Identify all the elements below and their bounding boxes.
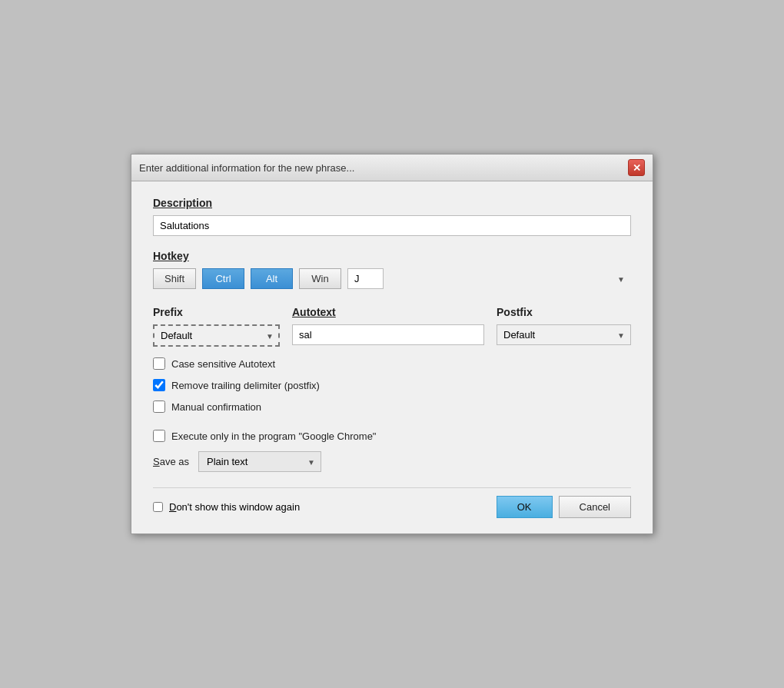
prefix-col-label: Prefix [153,306,280,318]
prefix-autotext-postfix-row: Prefix Default Autotext Postfix Default [153,306,631,347]
dont-show-label[interactable]: Don't show this window again [169,501,300,513]
remove-trailing-checkbox[interactable] [153,379,165,391]
postfix-dropdown-wrapper: Default [497,324,631,345]
prefix-dropdown-wrapper: Default [153,324,280,347]
alt-button[interactable]: Alt [251,268,293,289]
title-bar: Enter additional information for the new… [131,155,653,181]
description-label: Description [153,197,631,209]
shift-button[interactable]: Shift [153,268,196,289]
spacer [153,422,631,430]
manual-confirm-checkbox[interactable] [153,401,165,413]
postfix-col: Postfix Default [497,306,631,345]
manual-confirm-label[interactable]: Manual confirmation [171,401,261,413]
remove-trailing-row: Remove trailing delimiter (postfix) [153,379,631,391]
hotkey-row: Shift Ctrl Alt Win J ABCD EFGH IKLM NOPQ… [153,268,631,289]
case-sensitive-checkbox[interactable] [153,357,165,370]
prefix-select[interactable]: Default [153,324,280,347]
hotkey-label: Hotkey [153,250,631,262]
save-as-select-wrapper: Plain text Rich text HTML [198,451,321,472]
prefix-col: Prefix Default [153,306,280,347]
dialog-content: Description Hotkey Shift Ctrl Alt Win J … [131,181,653,533]
hotkey-key-select[interactable]: J ABCD EFGH IKLM NOPQ RSTU VWXYZ [347,268,384,289]
dialog-title: Enter additional information for the new… [139,162,354,174]
dialog: Enter additional information for the new… [131,154,653,534]
execute-only-label[interactable]: Execute only in the program "Google Chro… [171,430,376,442]
win-button[interactable]: Win [299,268,341,289]
execute-only-checkbox[interactable] [153,430,165,442]
save-as-row: Save as Plain text Rich text HTML [153,451,631,472]
cancel-button[interactable]: Cancel [559,496,631,518]
remove-trailing-label[interactable]: Remove trailing delimiter (postfix) [171,380,320,391]
ctrl-button[interactable]: Ctrl [202,268,244,289]
autotext-input[interactable] [292,324,484,345]
case-sensitive-row: Case sensitive Autotext [153,357,631,370]
dont-show-checkbox[interactable] [153,502,163,512]
close-button[interactable]: ✕ [628,159,645,176]
description-input[interactable] [153,215,631,236]
ok-button[interactable]: OK [497,496,553,518]
save-as-label: Save as [153,456,189,467]
postfix-col-label: Postfix [497,306,631,318]
autotext-col-label: Autotext [292,306,484,318]
bottom-right: OK Cancel [497,496,631,518]
bottom-row: Don't show this window again OK Cancel [153,487,631,518]
postfix-select[interactable]: Default [497,324,631,345]
case-sensitive-label[interactable]: Case sensitive Autotext [171,358,275,370]
manual-confirm-row: Manual confirmation [153,401,631,413]
save-as-select[interactable]: Plain text Rich text HTML [198,451,321,472]
bottom-left: Don't show this window again [153,501,300,513]
execute-only-row: Execute only in the program "Google Chro… [153,430,631,442]
hotkey-key-wrapper: J ABCD EFGH IKLM NOPQ RSTU VWXYZ [347,268,631,289]
autotext-col: Autotext [292,306,484,345]
